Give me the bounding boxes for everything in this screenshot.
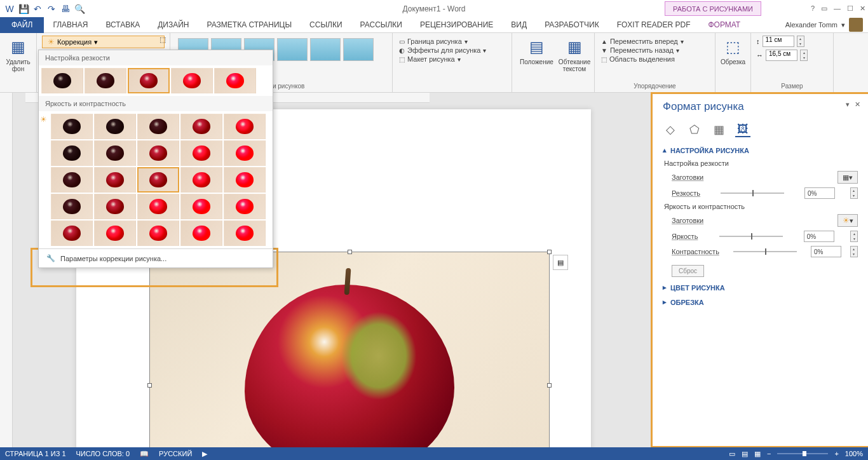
zoom-in-icon[interactable]: + — [834, 450, 838, 457]
picture-effects-button[interactable]: ◐ Эффекты для рисунка ▾ — [399, 46, 505, 55]
selection-pane-button[interactable]: ⬚ Область выделения — [601, 55, 709, 64]
sharpness-slider[interactable] — [721, 193, 784, 194]
height-input[interactable]: 11 см — [763, 36, 794, 47]
width-spinner[interactable]: ▴▾ — [800, 50, 808, 61]
contrast-spinner[interactable]: ▴▾ — [850, 246, 858, 257]
crop-section[interactable]: ▸ ОБРЕЗКА — [663, 298, 858, 306]
style-preset[interactable] — [310, 38, 341, 61]
tab-view[interactable]: ВИД — [502, 17, 536, 33]
brightness-preset[interactable] — [94, 194, 136, 219]
sharpness-spinner[interactable]: ▴▾ — [850, 187, 858, 199]
brightness-preset[interactable] — [51, 220, 93, 246]
layout-options-button[interactable]: ▤ — [553, 255, 568, 270]
tab-design[interactable]: ДИЗАЙН — [149, 17, 198, 33]
corrections-button[interactable]: ☀ Коррекция ▾ — [42, 36, 165, 48]
pane-options-icon[interactable]: ▾ — [846, 100, 850, 109]
sharpness-preset[interactable] — [214, 68, 256, 93]
macro-icon[interactable]: ▶ — [202, 450, 207, 458]
word-count[interactable]: ЧИСЛО СЛОВ: 0 — [76, 450, 130, 457]
tab-review[interactable]: РЕЦЕНЗИРОВАНИЕ — [411, 17, 502, 33]
fill-tab-icon[interactable]: ◇ — [663, 122, 678, 137]
picture-color-section[interactable]: ▸ ЦВЕТ РИСУНКА — [663, 283, 858, 292]
remove-background-button[interactable]: ▦ Удалить фон — [5, 36, 31, 74]
tab-layout[interactable]: РАЗМЕТКА СТРАНИЦЫ — [198, 17, 301, 33]
brightness-preset[interactable] — [137, 194, 179, 219]
tab-references[interactable]: ССЫЛКИ — [301, 17, 351, 33]
crop-button[interactable]: ⬚ Обрезка — [721, 36, 745, 67]
brightness-preset[interactable] — [224, 167, 266, 193]
view-print-icon[interactable]: ▤ — [742, 450, 748, 458]
sharpness-preset[interactable] — [85, 68, 126, 93]
resize-handle[interactable] — [547, 383, 552, 388]
zoom-out-icon[interactable]: − — [767, 450, 771, 457]
zoom-icon[interactable]: 🔍 — [74, 3, 85, 15]
height-spinner[interactable]: ▴▾ — [797, 36, 804, 47]
picture-border-button[interactable]: ▭ Граница рисунка ▾ — [399, 37, 505, 46]
spell-check-icon[interactable]: 📖 — [140, 450, 149, 458]
contrast-slider[interactable] — [733, 251, 797, 252]
view-web-icon[interactable]: ▦ — [754, 450, 761, 458]
context-tab-picture-tools[interactable]: РАБОТА С РИСУНКАМИ — [665, 1, 761, 16]
contrast-value[interactable]: 0% — [811, 246, 841, 257]
style-preset[interactable] — [277, 38, 308, 61]
ribbon-collapse-icon[interactable]: ▭ — [821, 4, 827, 13]
style-preset[interactable] — [343, 38, 374, 61]
bring-forward-button[interactable]: ▲ Переместить вперед ▾ — [601, 37, 709, 46]
sharpness-preset[interactable] — [171, 68, 213, 93]
brightness-value[interactable]: 0% — [804, 231, 834, 242]
position-button[interactable]: ▤ Положение — [517, 36, 556, 67]
user-account[interactable]: Alexander Tomm▾ — [785, 18, 863, 32]
layout-tab-icon[interactable]: ▦ — [711, 122, 726, 137]
brightness-preset[interactable] — [51, 114, 93, 139]
brightness-preset[interactable] — [224, 140, 266, 166]
brightness-preset[interactable] — [180, 140, 222, 166]
brightness-preset[interactable] — [51, 140, 93, 166]
brightness-preset[interactable] — [224, 220, 266, 246]
brightness-preset[interactable] — [51, 194, 93, 219]
brightness-preset[interactable] — [94, 114, 136, 139]
send-backward-button[interactable]: ▼ Переместить назад ▾ — [601, 46, 709, 55]
brightness-preset[interactable] — [137, 220, 179, 246]
sharpness-value[interactable]: 0% — [804, 187, 835, 199]
print-icon[interactable]: 🖶 — [60, 3, 71, 15]
brightness-preset[interactable] — [180, 220, 222, 246]
view-read-icon[interactable]: ▭ — [729, 450, 735, 458]
zoom-slider[interactable] — [777, 453, 828, 454]
pane-close-icon[interactable]: ✕ — [855, 100, 860, 109]
resize-handle[interactable] — [348, 250, 352, 254]
effects-tab-icon[interactable]: ⬠ — [687, 122, 702, 137]
selected-picture[interactable]: ▤ — [149, 252, 550, 447]
correction-params-item[interactable]: 🔧 Параметры коррекции рисунка... — [39, 248, 273, 267]
picture-layout-button[interactable]: ⬚ Макет рисунка ▾ — [399, 55, 505, 64]
brightness-preset[interactable] — [137, 140, 179, 166]
brightness-presets-button[interactable]: ☀▾ — [837, 214, 858, 227]
brightness-preset[interactable] — [180, 194, 222, 219]
page-indicator[interactable]: СТРАНИЦА 1 ИЗ 1 — [5, 450, 66, 457]
brightness-preset[interactable] — [180, 167, 222, 193]
resize-handle[interactable] — [547, 250, 552, 254]
brightness-preset[interactable] — [51, 167, 93, 193]
picture-tab-icon[interactable]: 🖼 — [735, 122, 750, 137]
brightness-preset[interactable] — [137, 114, 179, 139]
brightness-slider[interactable] — [719, 236, 783, 237]
close-icon[interactable]: ✕ — [860, 4, 865, 13]
sharpness-preset-selected[interactable] — [128, 68, 170, 93]
width-input[interactable]: 16,5 см — [766, 50, 797, 61]
save-icon[interactable]: 💾 — [18, 3, 29, 15]
tab-insert[interactable]: ВСТАВКА — [97, 17, 149, 33]
zoom-level[interactable]: 100% — [845, 450, 863, 457]
brightness-preset[interactable] — [224, 114, 266, 139]
wrap-text-button[interactable]: ▦ Обтекание текстом — [556, 36, 593, 74]
undo-icon[interactable]: ↶ — [32, 3, 43, 15]
resize-handle[interactable] — [147, 383, 152, 388]
tab-format[interactable]: ФОРМАТ — [699, 17, 749, 33]
brightness-spinner[interactable]: ▴▾ — [850, 231, 858, 242]
tab-file[interactable]: ФАЙЛ — [0, 17, 44, 33]
picture-adjust-section[interactable]: ▴ НАСТРОЙКА РИСУНКА — [663, 146, 858, 154]
tab-home[interactable]: ГЛАВНАЯ — [44, 17, 97, 33]
maximize-icon[interactable]: ☐ — [847, 4, 853, 13]
tab-developer[interactable]: РАЗРАБОТЧИК — [536, 17, 608, 33]
sharpness-preset[interactable] — [41, 68, 83, 93]
minimize-icon[interactable]: — — [834, 4, 841, 13]
reset-button[interactable]: Сброс — [672, 265, 704, 277]
